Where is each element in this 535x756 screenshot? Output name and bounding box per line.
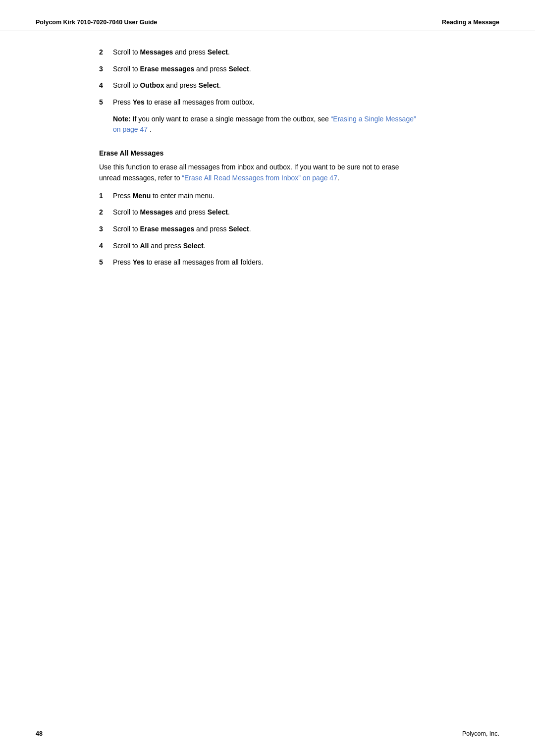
page-footer: 48 Polycom, Inc. [0,730,535,737]
step-text-2: Scroll to Messages and press Select. [113,47,499,58]
page-container: Polycom Kirk 7010-7020-7040 User Guide R… [0,0,535,756]
page-content: 2 Scroll to Messages and press Select. 3… [0,31,535,314]
note-text: If you only want to erase a single messa… [133,115,331,123]
note-end: . [150,125,152,133]
all-step-number-1: 1 [99,191,113,201]
all-step-text-5: Press Yes to erase all messages from all… [113,257,499,268]
all-step-text-1: Press Menu to enter main menu. [113,191,499,202]
all-step-text-3: Scroll to Erase messages and press Selec… [113,224,499,235]
step-number-4: 4 [99,80,113,91]
section-heading-erase-all: Erase All Messages [99,149,499,157]
step-text-5: Press Yes to erase all messages from out… [113,97,499,108]
note-block: Note: If you only want to erase a single… [113,114,420,135]
section-description: Use this function to erase all messages … [99,162,416,183]
step-item: 1 Press Menu to enter main menu. [99,191,499,202]
step-item: 4 Scroll to All and press Select. [99,241,499,252]
note-label: Note: [113,115,131,123]
step-text-4: Scroll to Outbox and press Select. [113,80,499,91]
step-item: 3 Scroll to Erase messages and press Sel… [99,224,499,235]
outbox-steps-list: 2 Scroll to Messages and press Select. 3… [99,47,499,108]
footer-company-name: Polycom, Inc. [462,730,499,737]
step-text-3: Scroll to Erase messages and press Selec… [113,64,499,75]
step-item: 5 Press Yes to erase all messages from o… [99,97,499,108]
all-step-text-2: Scroll to Messages and press Select. [113,207,499,218]
step-number-2: 2 [99,47,113,57]
all-step-number-2: 2 [99,207,113,217]
header-right-title: Reading a Message [442,19,499,26]
step-item: 2 Scroll to Messages and press Select. [99,207,499,218]
all-step-number-4: 4 [99,241,113,251]
header-left-title: Polycom Kirk 7010-7020-7040 User Guide [36,19,157,26]
page-header: Polycom Kirk 7010-7020-7040 User Guide R… [0,0,535,31]
section-link[interactable]: “Erase All Read Messages from Inbox” on … [182,174,337,182]
all-steps-list: 1 Press Menu to enter main menu. 2 Scrol… [99,191,499,268]
step-item: 3 Scroll to Erase messages and press Sel… [99,64,499,75]
step-item: 5 Press Yes to erase all messages from a… [99,257,499,268]
step-item: 2 Scroll to Messages and press Select. [99,47,499,58]
all-step-number-5: 5 [99,257,113,268]
step-number-5: 5 [99,97,113,108]
all-step-number-3: 3 [99,224,113,234]
all-step-text-4: Scroll to All and press Select. [113,241,499,252]
step-number-3: 3 [99,64,113,74]
footer-page-number: 48 [36,730,43,737]
step-item: 4 Scroll to Outbox and press Select. [99,80,499,91]
